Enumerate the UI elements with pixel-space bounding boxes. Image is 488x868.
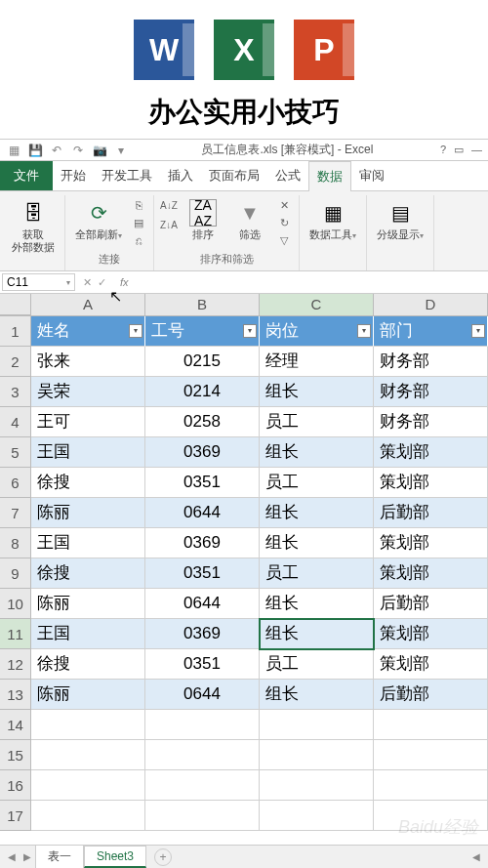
edit-links-icon[interactable]: ⎌ [130,232,147,248]
row-header[interactable]: 7 [0,498,31,528]
get-external-data-button[interactable]: 🗄 获取 外部数据 [8,197,59,256]
cell[interactable] [31,710,145,740]
cell[interactable]: 策划部 [374,619,488,649]
cell[interactable]: 王国 [31,619,145,649]
cell[interactable]: 策划部 [374,528,488,558]
cell[interactable] [145,740,260,770]
row-header[interactable]: 8 [0,528,31,558]
cell[interactable]: 财务部 [374,377,488,407]
enter-icon[interactable]: ✓ [98,276,106,289]
filter-button[interactable]: ▼ 筛选 [228,197,271,243]
row-header[interactable]: 1 [0,316,31,347]
filter-dropdown-icon[interactable]: ▾ [357,324,371,338]
select-all-corner[interactable] [0,294,31,315]
cell[interactable]: 组长 [260,680,374,710]
cell[interactable]: 员工 [260,558,374,589]
redo-icon[interactable]: ↷ [70,144,86,157]
header-cell[interactable]: 部门▾ [374,316,488,347]
cell[interactable]: 财务部 [374,407,488,437]
clear-filter-icon[interactable]: ✕ [275,197,293,213]
cell[interactable] [374,710,488,740]
col-header-d[interactable]: D [374,294,488,315]
cell[interactable] [260,710,374,740]
minimize-icon[interactable]: — [471,144,482,156]
col-header-c[interactable]: C [260,294,374,315]
cell[interactable] [260,801,374,831]
cell[interactable]: 王可 [31,407,145,437]
row-header[interactable]: 17 [0,801,31,831]
outline-button[interactable]: ▤ 分级显示▾ [373,197,427,243]
cell[interactable]: 徐搜 [31,649,145,680]
cell[interactable]: 后勤部 [374,589,488,619]
cell[interactable]: 0644 [145,589,260,619]
cell[interactable] [260,770,374,801]
sort-button[interactable]: ZAAZ 排序 [182,197,224,243]
sort-desc-icon[interactable]: Z↓A [160,217,178,232]
cell[interactable]: 组长 [260,498,374,528]
row-header[interactable]: 11 [0,619,31,649]
cell[interactable]: 策划部 [374,468,488,498]
header-cell[interactable]: 岗位▾ [260,316,374,347]
cell[interactable]: 0369 [145,619,260,649]
qat-more-icon[interactable]: ▾ [113,144,129,157]
row-header[interactable]: 12 [0,649,31,680]
cell[interactable]: 0644 [145,498,260,528]
tab-home[interactable]: 开始 [53,161,94,190]
advanced-icon[interactable]: ▽ [275,232,293,248]
row-header[interactable]: 9 [0,558,31,589]
cell[interactable]: 后勤部 [374,498,488,528]
cell[interactable] [145,710,260,740]
cell[interactable]: 王国 [31,528,145,558]
cell[interactable]: 0369 [145,437,260,468]
help-icon[interactable]: ? [440,144,446,156]
cell[interactable]: 策划部 [374,437,488,468]
row-header[interactable]: 14 [0,710,31,740]
sheet-nav-next-icon[interactable]: ▶ [20,851,35,862]
cell[interactable]: 吴荣 [31,377,145,407]
cell[interactable]: 陈丽 [31,680,145,710]
cell[interactable] [145,770,260,801]
cell[interactable] [31,770,145,801]
cell[interactable]: 0215 [145,347,260,377]
tab-data[interactable]: 数据 [308,161,351,191]
reapply-icon[interactable]: ↻ [275,215,293,230]
fx-icon[interactable]: fx [120,276,129,288]
cell[interactable]: 组长 [260,589,374,619]
cell[interactable]: 0644 [145,680,260,710]
cell[interactable]: 策划部 [374,649,488,680]
row-header[interactable]: 13 [0,680,31,710]
cell[interactable] [145,801,260,831]
cell[interactable]: 王国 [31,437,145,468]
cell[interactable]: 0351 [145,558,260,589]
cell[interactable]: 组长 [260,619,374,649]
cell[interactable]: 员工 [260,407,374,437]
tab-file[interactable]: 文件 [0,161,53,190]
cell[interactable]: 0369 [145,528,260,558]
row-header[interactable]: 3 [0,377,31,407]
cell[interactable] [31,740,145,770]
cell[interactable]: 0351 [145,468,260,498]
refresh-all-button[interactable]: ⟳ 全部刷新▾ [71,197,126,243]
connections-icon[interactable]: ⎘ [130,197,147,213]
cell[interactable]: 徐搜 [31,558,145,589]
cell[interactable]: 组长 [260,377,374,407]
data-tools-button[interactable]: ▦ 数据工具▾ [305,197,360,243]
cell[interactable]: 陈丽 [31,498,145,528]
sheet-scroll-icon[interactable]: ◀ [468,851,484,862]
tab-formula[interactable]: 公式 [267,161,308,190]
cell[interactable]: 员工 [260,649,374,680]
cell[interactable] [374,801,488,831]
filter-dropdown-icon[interactable]: ▾ [243,324,257,338]
cell[interactable]: 员工 [260,468,374,498]
cell[interactable]: 后勤部 [374,680,488,710]
cell[interactable] [374,770,488,801]
name-box[interactable]: C11 ▾ [2,273,75,291]
cell[interactable]: 经理 [260,347,374,377]
add-sheet-button[interactable]: + [154,848,172,866]
namebox-dropdown-icon[interactable]: ▾ [66,278,70,287]
filter-dropdown-icon[interactable]: ▾ [129,324,142,338]
sheet-tab-1[interactable]: 表一 [35,845,84,868]
tab-dev[interactable]: 开发工具 [94,161,160,190]
cell[interactable]: 0258 [145,407,260,437]
save-icon[interactable]: 💾 [27,144,43,157]
